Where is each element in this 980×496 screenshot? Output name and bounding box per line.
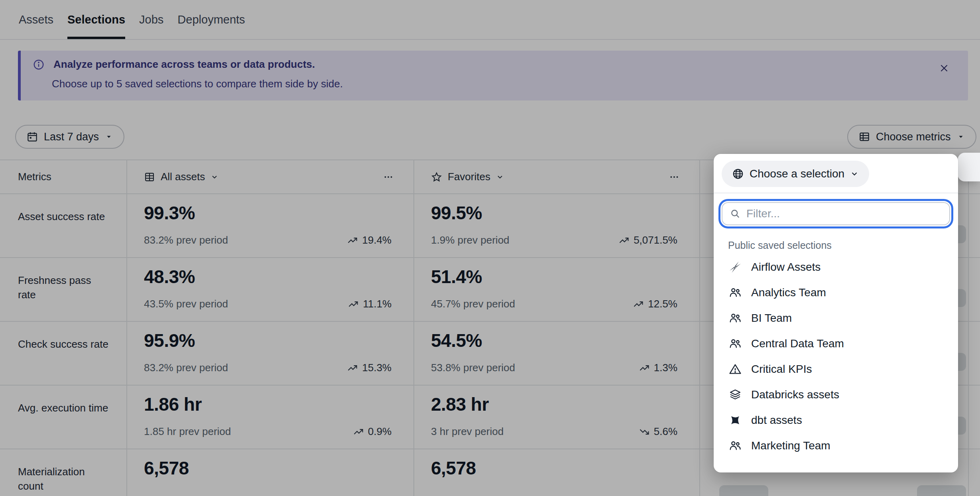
people-icon	[729, 286, 742, 299]
selection-item-central-data-team[interactable]: Central Data Team	[722, 331, 950, 356]
next-column-header-button-fragment[interactable]	[958, 153, 980, 181]
selection-item-dbt-assets[interactable]: dbt assets	[722, 407, 950, 433]
selection-item-label: Central Data Team	[751, 337, 844, 350]
filter-input[interactable]	[746, 207, 942, 220]
selection-item-critical-kpis[interactable]: Critical KPIs	[722, 356, 950, 382]
people-icon	[729, 312, 742, 325]
popover-header: Choose a selection	[714, 154, 958, 193]
selection-item-analytics-team[interactable]: Analytics Team	[722, 280, 950, 305]
layers-icon	[729, 388, 742, 401]
choose-selection-label: Choose a selection	[750, 167, 844, 180]
selection-item-marketing-team[interactable]: Marketing Team	[722, 433, 950, 459]
globe-icon	[732, 168, 744, 180]
choose-selection-popover: Choose a selection Public saved selectio…	[714, 154, 958, 472]
selection-item-databricks-assets[interactable]: Databricks assets	[722, 382, 950, 407]
people-icon	[729, 439, 742, 452]
selection-item-label: Databricks assets	[751, 388, 839, 401]
selection-item-label: Analytics Team	[751, 286, 826, 299]
chevron-down-icon	[850, 169, 859, 178]
selection-item-label: BI Team	[751, 312, 792, 325]
section-label: Public saved selections	[728, 240, 950, 251]
selection-item-label: dbt assets	[751, 414, 802, 427]
filter-input-wrapper	[722, 202, 950, 225]
selection-item-airflow-assets[interactable]: Airflow Assets	[722, 254, 950, 280]
airflow-logo-icon	[729, 261, 742, 274]
app-screen: Assets Selections Jobs Deployments Analy…	[0, 0, 980, 496]
dbt-logo-icon	[729, 414, 742, 427]
popover-body: Public saved selections Airflow Assets	[714, 193, 958, 459]
selection-item-label: Marketing Team	[751, 439, 830, 452]
people-icon	[729, 337, 742, 350]
search-icon	[730, 208, 741, 219]
selection-item-label: Airflow Assets	[751, 261, 821, 274]
warning-triangle-icon	[729, 363, 742, 376]
selection-item-label: Critical KPIs	[751, 363, 812, 376]
choose-selection-trigger[interactable]: Choose a selection	[722, 161, 869, 187]
selection-item-bi-team[interactable]: BI Team	[722, 305, 950, 331]
